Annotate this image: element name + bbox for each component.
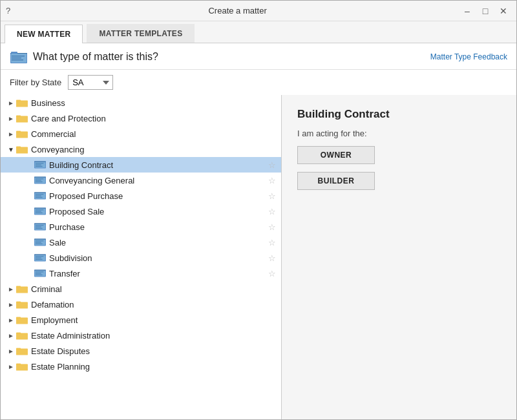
svg-rect-52 bbox=[36, 228, 43, 229]
item-label: Proposed Purchase bbox=[49, 191, 123, 201]
star-icon[interactable]: ☆ bbox=[268, 176, 276, 185]
tree-item-commercial[interactable]: ► Commercial bbox=[1, 126, 281, 142]
expand-arrow: ► bbox=[6, 315, 16, 325]
svg-rect-37 bbox=[34, 193, 46, 193]
state-filter-select[interactable]: AllACTNSWNTQLDSATASVICWA bbox=[68, 75, 113, 90]
role-builder-button[interactable]: BUILDER bbox=[297, 172, 375, 190]
tree-item-proposed-sale[interactable]: ► Proposed Sale☆ bbox=[1, 204, 281, 219]
expand-arrow: ► bbox=[6, 284, 16, 294]
item-label: Employment bbox=[31, 315, 78, 325]
svg-rect-32 bbox=[36, 178, 44, 179]
matter-type-tree[interactable]: ► Business► Care and Protection► Commerc… bbox=[1, 95, 281, 419]
tree-item-estate-disputes[interactable]: ► Estate Disputes bbox=[1, 343, 281, 359]
tree-item-conveyancing-general[interactable]: ► Conveyancing General☆ bbox=[1, 173, 281, 188]
svg-rect-46 bbox=[36, 213, 43, 213]
item-label: Building Contract bbox=[49, 160, 113, 170]
svg-rect-25 bbox=[34, 162, 46, 162]
tab-bar: NEW MATTER MATTER TEMPLATES bbox=[1, 21, 516, 43]
svg-rect-6 bbox=[12, 59, 23, 61]
star-icon[interactable]: ☆ bbox=[268, 160, 276, 170]
svg-rect-44 bbox=[36, 209, 44, 210]
svg-rect-34 bbox=[36, 182, 43, 182]
star-icon[interactable]: ☆ bbox=[268, 207, 276, 216]
tree-item-criminal[interactable]: ► Criminal bbox=[1, 281, 281, 297]
item-label: Care and Protection bbox=[31, 114, 106, 123]
tree-item-transfer[interactable]: ► Transfer☆ bbox=[1, 266, 281, 281]
tree-item-building-contract[interactable]: ► Building Contract☆ bbox=[1, 157, 281, 173]
star-icon[interactable]: ☆ bbox=[268, 253, 276, 263]
minimize-button[interactable]: – bbox=[459, 4, 475, 18]
item-label: Defamation bbox=[31, 300, 74, 310]
selected-matter-name: Building Contract bbox=[297, 108, 501, 121]
tree-item-business[interactable]: ► Business bbox=[1, 95, 281, 110]
expand-arrow: ► bbox=[6, 129, 16, 139]
expand-arrow: ► bbox=[6, 330, 16, 341]
svg-rect-5 bbox=[12, 58, 21, 59]
svg-rect-69 bbox=[36, 273, 41, 274]
star-icon[interactable]: ☆ bbox=[268, 222, 276, 232]
main-window: ? Create a matter – □ ✕ NEW MATTER MATTE… bbox=[0, 0, 517, 420]
expand-arrow: ► bbox=[6, 299, 16, 310]
expand-arrow: ► bbox=[6, 113, 16, 123]
page-title: What type of matter is this? bbox=[33, 51, 158, 63]
header-row: What type of matter is this? Matter Type… bbox=[1, 43, 516, 70]
svg-rect-74 bbox=[16, 287, 28, 293]
svg-rect-49 bbox=[34, 224, 46, 224]
star-icon[interactable]: ☆ bbox=[268, 238, 276, 247]
header-left: What type of matter is this? bbox=[10, 50, 158, 64]
svg-rect-26 bbox=[36, 163, 44, 163]
svg-rect-82 bbox=[16, 318, 28, 324]
svg-rect-33 bbox=[36, 180, 41, 181]
star-icon[interactable]: ☆ bbox=[268, 191, 276, 201]
svg-rect-68 bbox=[36, 271, 44, 272]
tree-item-care-protection[interactable]: ► Care and Protection bbox=[1, 110, 281, 126]
title-bar: ? Create a matter – □ ✕ bbox=[1, 1, 516, 21]
role-owner-button[interactable]: OWNER bbox=[297, 146, 375, 164]
item-label: Commercial bbox=[31, 129, 76, 139]
close-button[interactable]: ✕ bbox=[496, 4, 511, 18]
svg-rect-62 bbox=[36, 256, 44, 257]
acting-for-label: I am acting for the: bbox=[297, 129, 501, 138]
main-content: ► Business► Care and Protection► Commerc… bbox=[1, 95, 516, 419]
expand-arrow: ► bbox=[6, 361, 16, 372]
svg-rect-3 bbox=[11, 52, 17, 54]
maximize-button[interactable]: □ bbox=[478, 4, 493, 18]
svg-rect-10 bbox=[16, 101, 28, 107]
tree-item-estate-administration[interactable]: ► Estate Administration bbox=[1, 328, 281, 343]
svg-rect-61 bbox=[34, 255, 46, 255]
tab-new-matter[interactable]: NEW MATTER bbox=[5, 25, 83, 43]
help-button[interactable]: ? bbox=[6, 6, 10, 16]
svg-rect-27 bbox=[36, 165, 41, 165]
svg-rect-78 bbox=[16, 302, 28, 308]
expand-arrow: ► bbox=[6, 346, 16, 356]
filter-row: Filter by State AllACTNSWNTQLDSATASVICWA bbox=[1, 70, 516, 95]
svg-rect-58 bbox=[36, 244, 43, 244]
tree-item-conveyancing[interactable]: ▼ Conveyancing bbox=[1, 142, 281, 157]
svg-rect-57 bbox=[36, 242, 41, 243]
svg-rect-28 bbox=[36, 166, 43, 167]
matter-type-icon bbox=[10, 50, 28, 64]
expand-arrow: ► bbox=[6, 98, 16, 108]
svg-rect-39 bbox=[36, 196, 41, 196]
svg-rect-51 bbox=[36, 227, 41, 227]
tree-item-estate-planning[interactable]: ► Estate Planning bbox=[1, 359, 281, 374]
feedback-link[interactable]: Matter Type Feedback bbox=[430, 52, 507, 61]
tree-item-proposed-purchase[interactable]: ► Proposed Purchase☆ bbox=[1, 188, 281, 204]
item-label: Criminal bbox=[31, 284, 62, 294]
item-label: Transfer bbox=[49, 269, 80, 278]
item-label: Estate Administration bbox=[31, 331, 110, 341]
tab-matter-templates[interactable]: MATTER TEMPLATES bbox=[87, 24, 195, 43]
svg-rect-4 bbox=[12, 56, 25, 57]
tree-item-employment[interactable]: ► Employment bbox=[1, 312, 281, 328]
tree-item-purchase[interactable]: ► Purchase☆ bbox=[1, 219, 281, 235]
tree-item-subdivision[interactable]: ► Subdivision☆ bbox=[1, 250, 281, 266]
tree-item-sale[interactable]: ► Sale☆ bbox=[1, 235, 281, 250]
svg-rect-90 bbox=[16, 349, 28, 355]
svg-rect-31 bbox=[34, 177, 46, 178]
svg-rect-56 bbox=[36, 240, 44, 241]
tree-item-defamation[interactable]: ► Defamation bbox=[1, 297, 281, 312]
svg-rect-70 bbox=[36, 275, 43, 275]
svg-rect-14 bbox=[16, 116, 28, 122]
svg-rect-64 bbox=[36, 259, 43, 260]
star-icon[interactable]: ☆ bbox=[268, 269, 276, 278]
